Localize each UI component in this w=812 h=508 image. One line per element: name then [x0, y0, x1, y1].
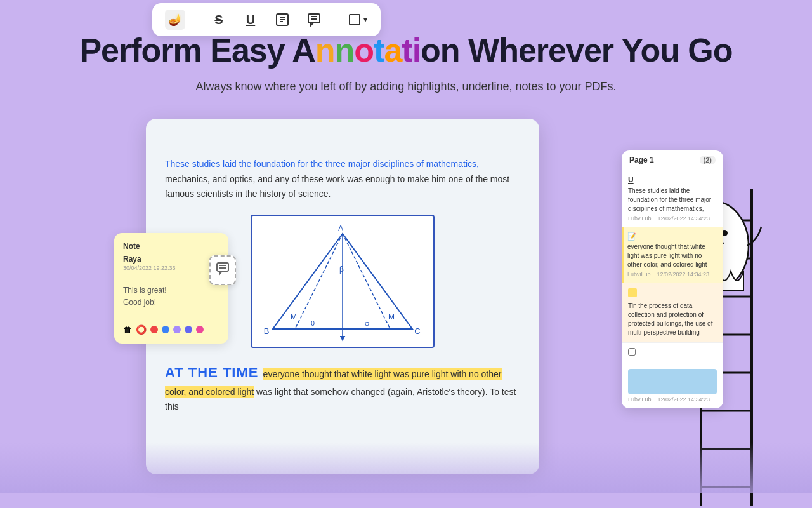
- highlight-n: n: [315, 32, 335, 69]
- annotation-item-checkbox: [622, 343, 723, 361]
- highlight-a: a: [384, 32, 402, 69]
- note-annotation-icon: 📝: [627, 232, 717, 241]
- comment-icon[interactable]: [209, 255, 236, 285]
- lamp-tool-icon[interactable]: 🪔: [165, 10, 185, 30]
- svg-text:M: M: [291, 312, 297, 321]
- underlined-text: These studies laid the foundation for th…: [165, 159, 479, 169]
- svg-rect-7: [350, 15, 360, 25]
- pdf-body-text: These studies laid the foundation for th…: [165, 157, 520, 202]
- highlight-o: o: [354, 32, 374, 69]
- toolbar-divider-2: [336, 12, 336, 27]
- highlight-n2: n: [335, 32, 355, 69]
- annotation-text-1: These studies laid the foundation for th…: [628, 187, 717, 213]
- svg-text:φ: φ: [365, 319, 369, 327]
- color-dot-indigo[interactable]: [185, 326, 192, 333]
- main-content-area: These studies laid the foundation for th…: [0, 112, 812, 493]
- svg-line-12: [295, 234, 343, 329]
- geometry-diagram: A B C β M M θ φ: [251, 215, 435, 348]
- note-line2: Good job!: [123, 297, 219, 309]
- bottom-fade-overlay: [0, 443, 812, 493]
- panel-badge: (2): [700, 156, 716, 164]
- toolbar-divider-1: [197, 12, 197, 27]
- svg-rect-21: [217, 263, 228, 271]
- annotation-item-highlight: Tin the process of data collection and p…: [622, 283, 723, 343]
- textbox-tool-icon[interactable]: [272, 10, 292, 30]
- pdf-bottom-text: AT THE TIME everyone thought that white …: [165, 361, 520, 415]
- rectangle-tool-icon[interactable]: ▾: [348, 10, 368, 30]
- svg-text:θ: θ: [311, 319, 315, 327]
- highlight-annotation-icon: [628, 288, 637, 297]
- header-section: Perform Easy Annotation Wherever You Go …: [0, 0, 812, 106]
- note-footer: 🗑 ⭕: [123, 318, 219, 335]
- annotation-text-3: Tin the process of data collection and p…: [628, 302, 717, 337]
- pdf-heading: AT THE TIME: [165, 364, 263, 380]
- note-line1: This is great!: [123, 284, 219, 297]
- subtitle: Always know where you left off by adding…: [0, 80, 812, 93]
- annotation-meta-5: LubviLub... 12/02/2022 14:34:23: [628, 396, 717, 403]
- strikethrough-tool-icon[interactable]: S: [209, 10, 229, 30]
- panel-page-label: Page 1: [629, 156, 654, 164]
- svg-text:β: β: [339, 265, 344, 274]
- comment-tool-icon[interactable]: [304, 10, 324, 30]
- panel-header: Page 1 (2): [622, 150, 723, 170]
- annotation-checkbox[interactable]: [628, 348, 636, 356]
- svg-line-13: [343, 234, 390, 329]
- annotation-text-2: everyone thought that white light was pu…: [627, 243, 717, 269]
- annotations-panel: Page 1 (2) U These studies laid the foun…: [622, 150, 723, 408]
- underline-annotation-icon: U: [628, 175, 717, 184]
- highlight-t: t: [374, 32, 384, 69]
- annotation-meta-2: LubviLub... 12/02/2022 14:34:23: [627, 271, 717, 277]
- annotation-toolbar: 🪔 S U ▾: [152, 3, 381, 36]
- annotation-color-box: [628, 369, 717, 394]
- note-title: Note: [123, 242, 140, 251]
- note-card: Note Raya 30/04/2022 19:22:33 This is gr…: [114, 233, 228, 344]
- note-author: Raya: [123, 255, 219, 264]
- svg-text:C: C: [414, 326, 420, 336]
- highlight-ti: ti: [402, 32, 421, 69]
- color-dot-blue[interactable]: [162, 326, 169, 333]
- svg-text:B: B: [264, 326, 270, 336]
- main-title: Perform Easy Annotation Wherever You Go: [0, 32, 812, 70]
- note-date: 30/04/2022 19:22:33: [123, 265, 219, 271]
- annotation-item-color: LubviLub... 12/02/2022 14:34:23: [622, 361, 723, 408]
- color-dot-purple[interactable]: [173, 326, 181, 333]
- body-text-rest: mechanics, and optics, and any of these …: [165, 174, 509, 199]
- comment-bubble[interactable]: [209, 255, 236, 285]
- circle-icon[interactable]: ⭕: [136, 324, 147, 335]
- svg-text:A: A: [338, 224, 344, 233]
- color-dot-pink[interactable]: [196, 326, 204, 333]
- annotation-meta-1: LubviLub... 12/02/2022 14:34:23: [628, 215, 717, 222]
- trash-icon[interactable]: 🗑: [123, 324, 132, 335]
- annotation-item-note: 📝 everyone thought that white light was …: [622, 227, 723, 283]
- underline-tool-icon[interactable]: U: [240, 10, 261, 30]
- color-dot-red[interactable]: [150, 326, 158, 333]
- checkbox-item: [628, 348, 717, 356]
- svg-text:M: M: [388, 312, 395, 321]
- annotation-item-underline: U These studies laid the foundation for …: [622, 170, 723, 227]
